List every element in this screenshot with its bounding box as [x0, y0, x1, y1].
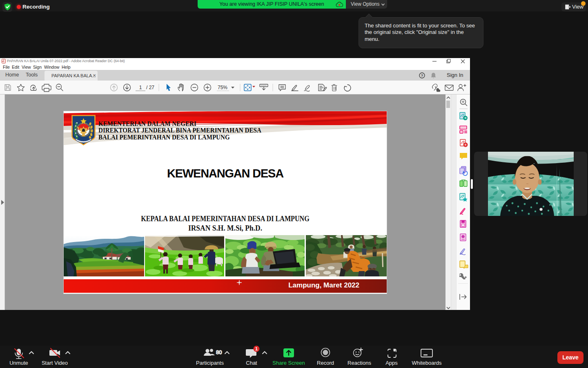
svg-text:/ 27: / 27 [146, 85, 154, 90]
svg-text:1: 1 [255, 346, 258, 351]
svg-text:75%: 75% [218, 85, 227, 90]
svg-text:1: 1 [139, 85, 142, 90]
svg-text:80: 80 [216, 349, 222, 355]
svg-text:?: ? [421, 74, 423, 78]
